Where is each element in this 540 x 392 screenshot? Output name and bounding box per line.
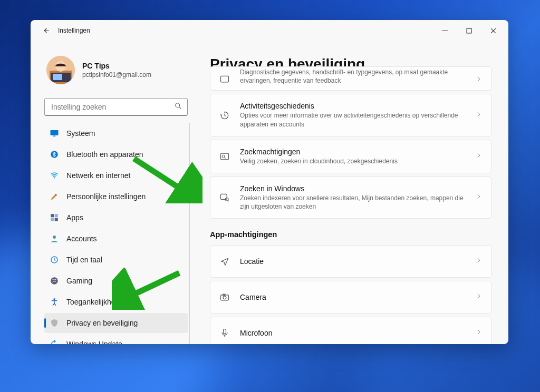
maximize-icon <box>466 28 472 34</box>
sidebar-item-label: Apps <box>66 213 83 222</box>
svg-point-18 <box>53 298 55 300</box>
svg-rect-8 <box>53 136 56 137</box>
minimize-button[interactable] <box>432 22 457 39</box>
chevron-right-icon <box>475 111 483 120</box>
sidebar-item-label: Gaming <box>66 277 92 285</box>
apps-icon <box>50 213 59 222</box>
avatar <box>46 56 75 84</box>
search-windows-icon <box>219 192 230 203</box>
history-icon <box>219 110 230 121</box>
chevron-right-icon <box>475 328 483 338</box>
card-camera[interactable]: Camera <box>210 281 491 313</box>
camera-icon <box>219 292 230 302</box>
svg-rect-27 <box>224 329 226 334</box>
sidebar-item-network[interactable]: Netwerk en internet <box>44 165 188 185</box>
card-title: Activiteitsgeschiedenis <box>240 102 466 110</box>
settings-window: Instellingen PC Tips pctipsinfo01@gmail.… <box>31 20 508 344</box>
svg-rect-14 <box>55 218 58 221</box>
location-icon <box>219 256 230 267</box>
profile-email: pctipsinfo01@gmail.com <box>82 71 151 79</box>
window-controls <box>432 22 505 39</box>
close-icon <box>490 28 496 34</box>
display-icon <box>50 129 59 138</box>
nav-list: Systeem Bluetooth en apparaten Netwerk e… <box>44 123 188 344</box>
svg-rect-11 <box>51 214 54 217</box>
sidebar-item-apps[interactable]: Apps <box>44 208 188 228</box>
sidebar-item-label: Systeem <box>66 129 95 138</box>
bluetooth-icon <box>50 150 59 159</box>
svg-rect-0 <box>467 28 471 33</box>
sidebar-item-update[interactable]: Windows Update <box>44 334 188 344</box>
svg-rect-7 <box>51 130 59 135</box>
sidebar-item-label: Accounts <box>66 234 97 243</box>
card-title: Camera <box>240 293 466 301</box>
card-searching-windows[interactable]: Zoeken in Windows Zoeken indexeren voor … <box>210 177 491 219</box>
sidebar-item-label: Toegankelijkheid <box>66 298 121 306</box>
card-activity-history[interactable]: Activiteitsgeschiedenis Opties voor meer… <box>210 94 491 136</box>
svg-rect-13 <box>51 218 54 221</box>
card-title: Zoekmachtigingen <box>240 148 466 156</box>
card-search-permissions[interactable]: Zoekmachtigingen Veilig zoeken, zoeken i… <box>210 140 491 173</box>
sidebar-item-label: Persoonlijke instellingen <box>66 192 146 201</box>
sidebar-item-personalization[interactable]: Persoonlijke instellingen <box>44 187 188 207</box>
search-box[interactable] <box>44 98 188 116</box>
sidebar-item-bluetooth[interactable]: Bluetooth en apparaten <box>44 144 188 164</box>
card-subtitle: Zoeken indexeren voor snellere resultate… <box>240 194 466 211</box>
svg-rect-22 <box>221 194 227 199</box>
sidebar-item-label: Bluetooth en apparaten <box>66 150 143 159</box>
feedback-icon <box>219 74 230 85</box>
svg-rect-5 <box>53 74 62 80</box>
sidebar-item-accessibility[interactable]: Toegankelijkheid <box>44 292 188 312</box>
search-icon <box>174 102 182 112</box>
sidebar-item-label: Privacy en beveiliging <box>66 319 138 327</box>
chevron-right-icon <box>475 257 483 266</box>
update-icon <box>50 339 59 344</box>
chevron-right-icon <box>475 193 483 202</box>
content-pane: Privacy en beveiliging Diagnostische geg… <box>194 41 508 344</box>
profile-name: PC Tips <box>82 62 151 70</box>
search-input[interactable] <box>44 98 188 116</box>
sidebar-item-system[interactable]: Systeem <box>44 123 188 143</box>
card-microphone[interactable]: Microfoon <box>210 317 491 344</box>
card-subtitle: Opties voor meer informatie over uw acti… <box>240 111 466 128</box>
clock-globe-icon <box>50 255 59 264</box>
svg-point-6 <box>176 103 180 107</box>
sidebar: PC Tips pctipsinfo01@gmail.com Systeem B… <box>31 41 194 344</box>
xbox-icon <box>50 276 59 286</box>
card-diagnostics[interactable]: Diagnostische gegevens, handschrift- en … <box>210 66 491 91</box>
microphone-icon <box>219 328 230 338</box>
chevron-right-icon <box>475 75 483 85</box>
shield-icon <box>50 318 59 328</box>
titlebar: Instellingen <box>31 20 508 41</box>
card-title: Locatie <box>240 257 466 266</box>
sidebar-item-label: Windows Update <box>66 340 122 344</box>
sidebar-item-time[interactable]: Tijd en taal <box>44 250 188 270</box>
wifi-icon <box>50 171 59 180</box>
sidebar-item-label: Tijd en taal <box>66 256 102 264</box>
back-button[interactable] <box>39 23 54 38</box>
card-title: Microfoon <box>240 329 466 337</box>
sidebar-item-accounts[interactable]: Accounts <box>44 229 188 249</box>
chevron-right-icon <box>475 152 483 161</box>
card-title: Zoeken in Windows <box>240 184 466 193</box>
paintbrush-icon <box>50 192 59 201</box>
sidebar-item-label: Netwerk en internet <box>66 171 130 180</box>
maximize-button[interactable] <box>457 22 481 39</box>
card-subtitle: Veilig zoeken, zoeken in cloudinhoud, zo… <box>240 157 466 165</box>
svg-point-10 <box>54 177 55 178</box>
accessibility-icon <box>50 297 59 307</box>
svg-rect-19 <box>221 76 229 83</box>
profile-block[interactable]: PC Tips pctipsinfo01@gmail.com <box>44 41 188 95</box>
svg-rect-12 <box>55 214 58 217</box>
sidebar-item-privacy[interactable]: Privacy en beveiliging <box>44 313 188 333</box>
svg-point-17 <box>51 277 58 285</box>
svg-point-15 <box>53 236 56 239</box>
close-button[interactable] <box>481 22 505 39</box>
chevron-right-icon <box>475 292 483 302</box>
minimize-icon <box>442 28 448 34</box>
section-heading: App-machtigingen <box>204 219 491 245</box>
sidebar-item-gaming[interactable]: Gaming <box>44 271 188 291</box>
arrow-left-icon <box>43 27 50 34</box>
svg-point-25 <box>223 296 226 299</box>
card-location[interactable]: Locatie <box>210 245 491 278</box>
